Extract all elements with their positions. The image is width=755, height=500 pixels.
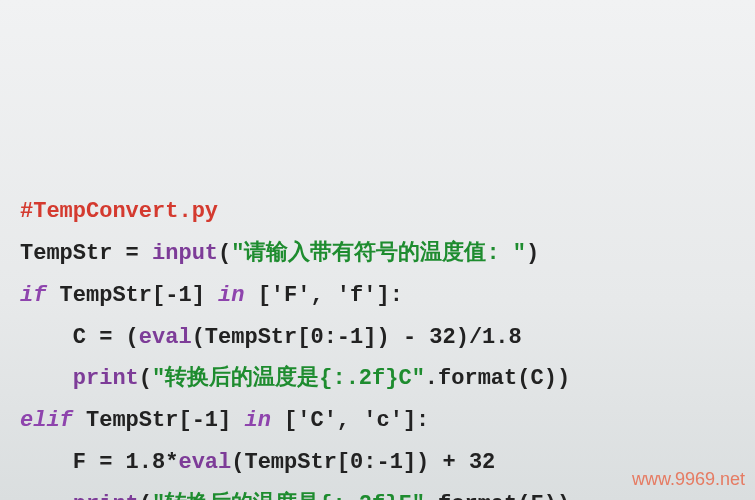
f-assign: F = 1.8* <box>20 450 178 475</box>
print-rest: .format(F)) <box>425 492 570 500</box>
paren: ( <box>139 492 152 500</box>
elif-list: ['C', 'c']: <box>271 408 429 433</box>
if-cond: TempStr[-1] <box>46 283 218 308</box>
in-keyword: in <box>244 408 270 433</box>
assign-tempstr: TempStr = <box>20 241 152 266</box>
print-str-f: "转换后的温度是{:.2f}F" <box>152 492 425 500</box>
c-eval-args: (TempStr[0:-1]) - 32)/1.8 <box>192 325 522 350</box>
print-fn: print <box>73 492 139 500</box>
print-rest: .format(C)) <box>425 366 570 391</box>
print-str-c: "转换后的温度是{:.2f}C" <box>152 366 425 391</box>
paren: ( <box>218 241 231 266</box>
watermark-text: www.9969.net <box>632 462 745 496</box>
print-fn: print <box>73 366 139 391</box>
paren: ) <box>526 241 539 266</box>
code-block: #TempConvert.py TempStr = input("请输入带有符号… <box>20 191 735 500</box>
f-eval-args: (TempStr[0:-1]) + 32 <box>231 450 495 475</box>
indent <box>20 492 73 500</box>
input-prompt-string: "请输入带有符号的温度值: " <box>231 241 526 266</box>
comment-line: #TempConvert.py <box>20 199 218 224</box>
eval-fn: eval <box>178 450 231 475</box>
input-fn: input <box>152 241 218 266</box>
if-keyword: if <box>20 283 46 308</box>
paren: ( <box>139 366 152 391</box>
eval-fn: eval <box>139 325 192 350</box>
elif-cond: TempStr[-1] <box>73 408 245 433</box>
indent <box>20 366 73 391</box>
in-keyword: in <box>218 283 244 308</box>
if-list: ['F', 'f']: <box>244 283 402 308</box>
c-assign: C = ( <box>20 325 139 350</box>
elif-keyword: elif <box>20 408 73 433</box>
